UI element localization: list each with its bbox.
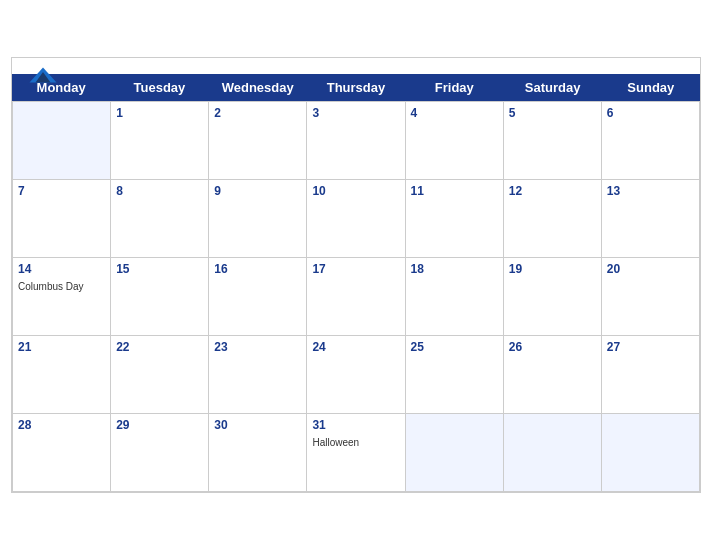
calendar-cell: 11 <box>406 180 504 258</box>
calendar-cell: 20 <box>602 258 700 336</box>
cell-date: 12 <box>509 184 596 198</box>
cell-date: 6 <box>607 106 694 120</box>
day-header-monday: Monday <box>12 74 110 101</box>
cell-date: 11 <box>411 184 498 198</box>
day-header-saturday: Saturday <box>503 74 601 101</box>
cell-date: 13 <box>607 184 694 198</box>
cell-date: 22 <box>116 340 203 354</box>
cell-date: 5 <box>509 106 596 120</box>
cell-date: 9 <box>214 184 301 198</box>
calendar-cell: 16 <box>209 258 307 336</box>
cell-date: 30 <box>214 418 301 432</box>
calendar-cell: 21 <box>13 336 111 414</box>
cell-date: 21 <box>18 340 105 354</box>
calendar-cell: 10 <box>307 180 405 258</box>
calendar-cell: 6 <box>602 102 700 180</box>
cell-date: 16 <box>214 262 301 276</box>
cell-date: 29 <box>116 418 203 432</box>
cell-date: 27 <box>607 340 694 354</box>
cell-date: 17 <box>312 262 399 276</box>
calendar-cell: 9 <box>209 180 307 258</box>
calendar-cell: 15 <box>111 258 209 336</box>
calendar-cell <box>13 102 111 180</box>
calendar-cell <box>406 414 504 492</box>
calendar-cell: 7 <box>13 180 111 258</box>
cell-date: 8 <box>116 184 203 198</box>
calendar-cell: 2 <box>209 102 307 180</box>
cell-date: 31 <box>312 418 399 432</box>
calendar-cell: 4 <box>406 102 504 180</box>
calendar-header <box>12 58 700 74</box>
calendar-cell: 14Columbus Day <box>13 258 111 336</box>
calendar-cell: 30 <box>209 414 307 492</box>
calendar-cell <box>504 414 602 492</box>
cell-date: 3 <box>312 106 399 120</box>
calendar-cell: 28 <box>13 414 111 492</box>
day-header-wednesday: Wednesday <box>209 74 307 101</box>
calendar-cell: 18 <box>406 258 504 336</box>
cell-date: 20 <box>607 262 694 276</box>
calendar-cell <box>602 414 700 492</box>
cell-date: 28 <box>18 418 105 432</box>
calendar-cell: 8 <box>111 180 209 258</box>
calendar-cell: 17 <box>307 258 405 336</box>
day-header-sunday: Sunday <box>602 74 700 101</box>
calendar-cell: 26 <box>504 336 602 414</box>
cell-date: 10 <box>312 184 399 198</box>
cell-date: 24 <box>312 340 399 354</box>
cell-event: Columbus Day <box>18 281 84 292</box>
calendar-grid: 1234567891011121314Columbus Day151617181… <box>12 101 700 492</box>
calendar-cell: 1 <box>111 102 209 180</box>
calendar-cell: 29 <box>111 414 209 492</box>
calendar-cell: 24 <box>307 336 405 414</box>
calendar-cell: 23 <box>209 336 307 414</box>
cell-event: Halloween <box>312 437 359 448</box>
calendar-cell: 25 <box>406 336 504 414</box>
calendar-cell: 5 <box>504 102 602 180</box>
calendar-cell: 19 <box>504 258 602 336</box>
day-header-friday: Friday <box>405 74 503 101</box>
logo-icon <box>28 66 58 84</box>
logo <box>28 66 58 84</box>
day-headers: MondayTuesdayWednesdayThursdayFridaySatu… <box>12 74 700 101</box>
cell-date: 2 <box>214 106 301 120</box>
calendar-cell: 3 <box>307 102 405 180</box>
cell-date: 4 <box>411 106 498 120</box>
calendar: MondayTuesdayWednesdayThursdayFridaySatu… <box>11 57 701 493</box>
cell-date: 23 <box>214 340 301 354</box>
cell-date: 15 <box>116 262 203 276</box>
cell-date: 26 <box>509 340 596 354</box>
calendar-cell: 13 <box>602 180 700 258</box>
cell-date: 25 <box>411 340 498 354</box>
calendar-cell: 22 <box>111 336 209 414</box>
cell-date: 1 <box>116 106 203 120</box>
cell-date: 14 <box>18 262 105 276</box>
cell-date: 18 <box>411 262 498 276</box>
cell-date: 7 <box>18 184 105 198</box>
day-header-thursday: Thursday <box>307 74 405 101</box>
cell-date: 19 <box>509 262 596 276</box>
day-header-tuesday: Tuesday <box>110 74 208 101</box>
calendar-cell: 31Halloween <box>307 414 405 492</box>
calendar-cell: 27 <box>602 336 700 414</box>
calendar-cell: 12 <box>504 180 602 258</box>
